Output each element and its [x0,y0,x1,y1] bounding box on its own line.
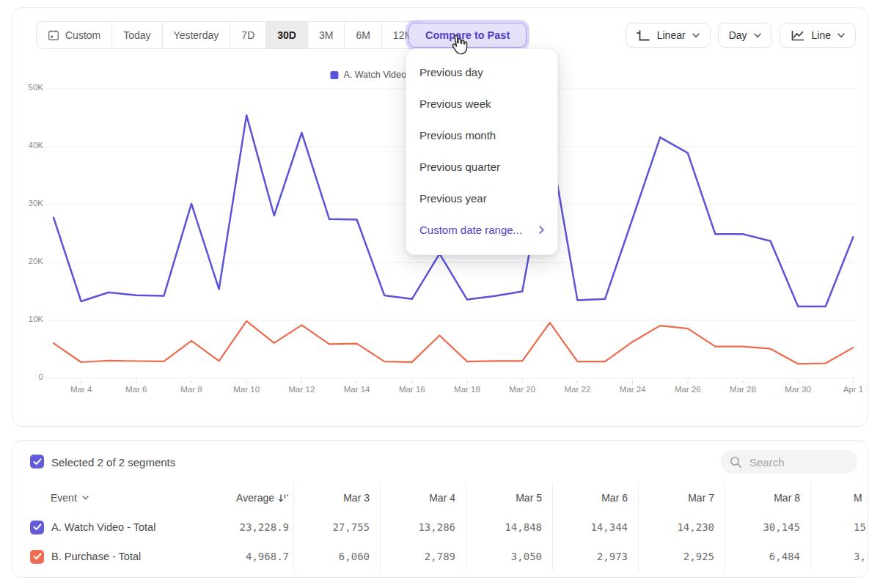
x-axis-label: Mar 30 [774,385,821,394]
x-axis-label: Mar 10 [223,385,270,394]
row-checkbox-watch-video[interactable] [30,521,44,534]
segments-table: Event Average Mar 3 Mar 4 Mar 5 Mar 6 Ma… [12,483,868,571]
chevron-down-icon [82,496,89,500]
x-axis-label: Mar 26 [664,385,711,394]
column-header-mar3: Mar 3 [294,483,381,512]
checkmark-icon [33,553,42,560]
cell-value: 14,848 [466,512,553,542]
column-header-mar5: Mar 5 [466,483,553,512]
cell-value: 6,484 [725,542,811,571]
table-row-watch-video-label: A. Watch Video - Total [12,512,208,542]
select-all-checkbox[interactable] [30,455,44,468]
y-axis-label: 50K [12,83,43,92]
cell-value-clipped: 3, [811,542,868,571]
selected-segments-text: Selected 2 of 2 segments [51,456,175,468]
x-axis-label: Mar 20 [499,385,546,394]
sort-descending-icon [278,493,289,503]
x-axis-label: Mar 18 [444,385,491,394]
cell-value: 2,789 [381,542,466,571]
checkmark-icon [33,523,42,531]
legend-swatch-a [330,71,338,79]
cell-value: 13,286 [381,512,466,542]
chevron-right-icon [539,226,544,234]
compare-to-past-menu: Previous day Previous week Previous mont… [406,48,558,255]
table-row-purchase-label: B. Purchase - Total [12,542,208,571]
x-axis-label: Mar 28 [719,385,766,394]
column-header-mar4: Mar 4 [381,483,466,512]
menu-item-custom-date-range[interactable]: Custom date range... [406,214,557,246]
menu-item-previous-year[interactable]: Previous year [406,183,557,214]
column-header-event[interactable]: Event [12,483,208,512]
y-axis-label: 0 [12,372,43,381]
x-axis-label: Mar 24 [609,385,656,394]
search-icon [730,456,742,468]
cell-average: 4,968.7 [208,542,294,571]
column-header-mar6: Mar 6 [553,483,639,512]
menu-item-previous-day[interactable]: Previous day [406,56,557,88]
x-axis-label: Mar 8 [168,385,215,394]
x-axis-label: Mar 22 [554,385,601,394]
row-checkbox-purchase[interactable] [30,550,44,564]
cell-value: 6,060 [294,542,381,571]
cell-value: 3,050 [466,542,553,571]
column-header-clipped: M [811,483,868,512]
x-axis-label: Mar 14 [334,385,381,394]
cell-average: 23,228.9 [208,512,294,542]
checkmark-icon [33,458,42,466]
cell-value: 30,145 [725,512,811,542]
cell-value: 14,344 [553,512,639,542]
x-axis-label: Mar 16 [389,385,436,394]
segments-header: Selected 2 of 2 segments [12,441,868,483]
x-axis-label: Mar 6 [113,385,160,394]
column-header-mar7: Mar 7 [639,483,725,512]
series-line-b [54,321,853,364]
cell-value: 2,973 [553,542,639,571]
x-axis-label: Mar 4 [58,385,105,394]
cell-value-clipped: 15, [811,512,868,542]
cell-value: 2,925 [639,542,725,571]
menu-item-previous-month[interactable]: Previous month [406,120,557,151]
y-axis-label: 20K [12,257,43,265]
menu-item-previous-week[interactable]: Previous week [406,88,557,120]
column-header-mar8: Mar 8 [725,483,811,512]
y-axis-label: 40K [12,141,43,150]
segments-card: Selected 2 of 2 segments Event Average [12,440,868,578]
x-axis-label: Apr 1 [829,385,876,394]
search-input[interactable] [748,455,848,469]
y-axis-label: 30K [12,199,43,207]
x-axis-label: Mar 12 [278,385,325,394]
column-header-average[interactable]: Average [208,483,294,512]
cell-value: 27,755 [294,512,381,542]
cell-value: 14,230 [639,512,725,542]
menu-item-previous-quarter[interactable]: Previous quarter [406,151,557,183]
y-axis-label: 10K [12,315,43,323]
search-box [721,450,857,474]
analytics-page: Custom Today Yesterday 7D 30D 3M 6M 12M … [0,0,880,588]
